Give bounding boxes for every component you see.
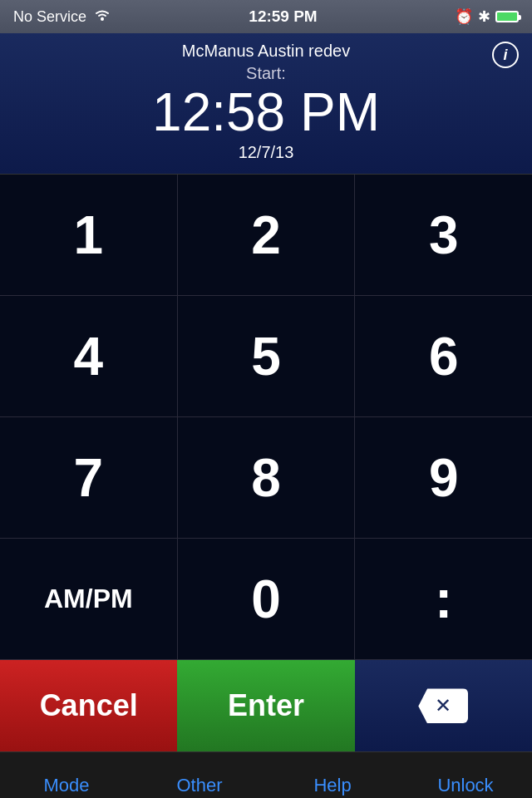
app-title: McManus Austin redev: [13, 42, 519, 61]
tab-help[interactable]: Help: [266, 752, 399, 798]
keypad-row-2: 4 5 6: [0, 296, 532, 417]
battery-icon: [495, 11, 519, 22]
key-7[interactable]: 7: [0, 417, 178, 538]
tab-bar: Mode Other Help Unlock: [0, 751, 532, 798]
backspace-icon: ✕: [418, 688, 468, 723]
status-right: ⏰ ✱: [455, 7, 519, 26]
carrier-label: No Service: [13, 8, 86, 26]
enter-button[interactable]: Enter: [177, 660, 354, 751]
status-bar: No Service 12:59 PM ⏰ ✱: [0, 0, 532, 33]
tab-mode[interactable]: Mode: [0, 752, 133, 798]
svg-point-0: [101, 17, 104, 21]
key-colon[interactable]: :: [355, 539, 532, 659]
bluetooth-icon: ✱: [478, 7, 490, 26]
keypad-row-1: 1 2 3: [0, 175, 532, 296]
keypad-row-3: 7 8 9: [0, 417, 532, 539]
tab-unlock-label: Unlock: [437, 775, 493, 796]
time-display: 12:58 PM: [13, 83, 519, 141]
tab-help-label: Help: [313, 775, 351, 796]
date-display: 12/7/13: [13, 143, 519, 162]
key-0[interactable]: 0: [178, 539, 356, 659]
start-label: Start:: [246, 64, 286, 82]
header: McManus Austin redev i Start: 12:58 PM 1…: [0, 33, 532, 174]
tab-unlock[interactable]: Unlock: [399, 752, 532, 798]
start-row: Start: 12:58 PM: [13, 64, 519, 141]
tab-mode-label: Mode: [43, 775, 89, 796]
cancel-button[interactable]: Cancel: [0, 660, 177, 751]
key-3[interactable]: 3: [355, 175, 532, 295]
tab-other[interactable]: Other: [133, 752, 266, 798]
key-ampm[interactable]: AM/PM: [0, 539, 178, 659]
key-1[interactable]: 1: [0, 175, 178, 295]
alarm-icon: ⏰: [455, 7, 473, 26]
status-time: 12:59 PM: [249, 7, 317, 26]
key-6[interactable]: 6: [355, 296, 532, 416]
status-left: No Service: [13, 8, 111, 26]
tab-other-label: Other: [176, 775, 222, 796]
wifi-icon: [93, 8, 111, 26]
key-4[interactable]: 4: [0, 296, 178, 416]
keypad: 1 2 3 4 5 6 7 8 9 AM/PM 0 :: [0, 174, 532, 660]
info-button[interactable]: i: [492, 42, 519, 68]
action-bar: Cancel Enter ✕: [0, 660, 532, 751]
key-5[interactable]: 5: [178, 296, 356, 416]
key-9[interactable]: 9: [355, 417, 532, 538]
key-8[interactable]: 8: [178, 417, 356, 538]
backspace-button[interactable]: ✕: [355, 660, 532, 751]
keypad-row-4: AM/PM 0 :: [0, 539, 532, 660]
key-2[interactable]: 2: [178, 175, 356, 295]
